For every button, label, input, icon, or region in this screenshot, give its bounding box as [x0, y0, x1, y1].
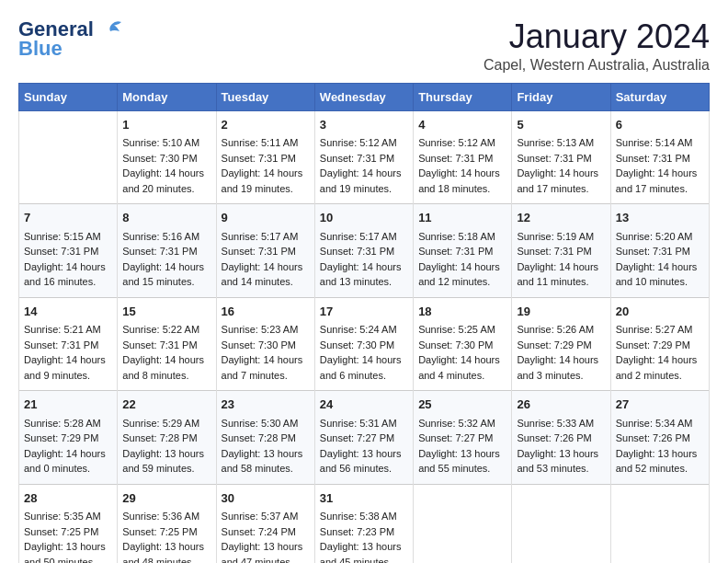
cell-text: Sunset: 7:31 PM	[616, 244, 704, 259]
cell-text: and 58 minutes.	[222, 461, 310, 477]
cell-text: Sunset: 7:31 PM	[222, 151, 310, 167]
calendar-cell: 12Sunrise: 5:19 AMSunset: 7:31 PMDayligh…	[512, 204, 610, 298]
cell-text: Sunset: 7:31 PM	[320, 151, 408, 167]
cell-text: Sunrise: 5:31 AM	[320, 416, 408, 431]
day-number: 13	[616, 209, 704, 227]
day-number: 20	[616, 303, 704, 321]
cell-text: Daylight: 14 hours	[517, 352, 605, 368]
week-row-3: 14Sunrise: 5:21 AMSunset: 7:31 PMDayligh…	[19, 297, 710, 391]
cell-text: Daylight: 13 hours	[320, 539, 408, 555]
calendar-cell: 13Sunrise: 5:20 AMSunset: 7:31 PMDayligh…	[610, 204, 709, 298]
cell-text: Sunrise: 5:20 AM	[616, 229, 704, 245]
cell-text: and 52 minutes.	[616, 461, 704, 477]
cell-text: Sunrise: 5:36 AM	[122, 509, 210, 524]
calendar-cell: 6Sunrise: 5:14 AMSunset: 7:31 PMDaylight…	[610, 110, 709, 204]
calendar-cell: 29Sunrise: 5:36 AMSunset: 7:25 PMDayligh…	[118, 484, 216, 563]
cell-text: Daylight: 13 hours	[517, 446, 605, 462]
cell-text: Sunrise: 5:28 AM	[24, 416, 112, 431]
calendar-cell: 5Sunrise: 5:13 AMSunset: 7:31 PMDaylight…	[512, 110, 610, 204]
cell-text: Sunrise: 5:10 AM	[122, 135, 210, 151]
cell-text: Sunset: 7:30 PM	[222, 338, 310, 353]
cell-text: Sunrise: 5:33 AM	[517, 416, 605, 431]
location-subtitle: Capel, Western Australia, Australia	[483, 57, 710, 74]
cell-text: and 14 minutes.	[222, 274, 310, 290]
cell-text: Sunset: 7:31 PM	[616, 151, 704, 167]
calendar-cell: 2Sunrise: 5:11 AMSunset: 7:31 PMDaylight…	[216, 110, 314, 204]
logo: General Blue	[18, 18, 123, 61]
title-section: January 2024 Capel, Western Australia, A…	[483, 18, 710, 74]
cell-text: Daylight: 14 hours	[616, 259, 704, 275]
cell-text: Sunset: 7:29 PM	[616, 338, 704, 353]
cell-text: Sunset: 7:26 PM	[616, 431, 704, 446]
cell-text: Sunset: 7:24 PM	[222, 524, 310, 540]
calendar-cell: 9Sunrise: 5:17 AMSunset: 7:31 PMDaylight…	[216, 204, 314, 298]
calendar-cell: 4Sunrise: 5:12 AMSunset: 7:31 PMDaylight…	[414, 110, 512, 204]
cell-text: Daylight: 14 hours	[222, 259, 310, 275]
cell-text: Daylight: 14 hours	[418, 166, 506, 181]
cell-text: Sunrise: 5:12 AM	[320, 135, 408, 151]
cell-text: and 10 minutes.	[616, 274, 704, 290]
calendar-cell: 16Sunrise: 5:23 AMSunset: 7:30 PMDayligh…	[216, 297, 314, 391]
cell-text: Sunrise: 5:24 AM	[320, 322, 408, 338]
calendar-cell	[610, 484, 709, 563]
cell-text: Sunset: 7:27 PM	[418, 431, 506, 446]
day-number: 30	[222, 489, 310, 508]
cell-text: and 18 minutes.	[418, 181, 506, 197]
week-row-1: 1Sunrise: 5:10 AMSunset: 7:30 PMDaylight…	[19, 110, 710, 204]
cell-text: Sunrise: 5:38 AM	[320, 509, 408, 524]
cell-text: and 2 minutes.	[616, 368, 704, 384]
header-day-sunday: Sunday	[19, 83, 118, 110]
day-number: 3	[320, 116, 408, 134]
day-number: 22	[122, 396, 210, 414]
day-number: 7	[24, 209, 112, 227]
cell-text: Sunset: 7:31 PM	[517, 244, 605, 259]
cell-text: Daylight: 14 hours	[122, 166, 210, 181]
cell-text: Daylight: 14 hours	[418, 352, 506, 368]
calendar-cell: 18Sunrise: 5:25 AMSunset: 7:30 PMDayligh…	[414, 297, 512, 391]
cell-text: Sunrise: 5:21 AM	[24, 322, 112, 338]
cell-text: Sunrise: 5:14 AM	[616, 135, 704, 151]
calendar-cell: 20Sunrise: 5:27 AMSunset: 7:29 PMDayligh…	[610, 297, 709, 391]
day-number: 31	[320, 489, 408, 508]
calendar-cell: 7Sunrise: 5:15 AMSunset: 7:31 PMDaylight…	[19, 204, 118, 298]
cell-text: Sunrise: 5:13 AM	[517, 135, 605, 151]
header-day-monday: Monday	[118, 83, 216, 110]
cell-text: Sunrise: 5:11 AM	[222, 135, 310, 151]
day-number: 19	[517, 303, 605, 321]
cell-text: Sunrise: 5:18 AM	[418, 229, 506, 245]
month-title: January 2024	[483, 18, 710, 55]
cell-text: Sunrise: 5:29 AM	[122, 416, 210, 431]
calendar-cell: 22Sunrise: 5:29 AMSunset: 7:28 PMDayligh…	[118, 391, 216, 485]
calendar-cell: 27Sunrise: 5:34 AMSunset: 7:26 PMDayligh…	[610, 391, 709, 485]
cell-text: Sunrise: 5:30 AM	[222, 416, 310, 431]
cell-text: Sunrise: 5:16 AM	[122, 229, 210, 245]
cell-text: and 8 minutes.	[122, 368, 210, 384]
cell-text: Sunrise: 5:35 AM	[24, 509, 112, 524]
day-number: 23	[222, 396, 310, 414]
cell-text: Daylight: 13 hours	[24, 539, 112, 555]
cell-text: Sunset: 7:23 PM	[320, 524, 408, 540]
day-number: 17	[320, 303, 408, 321]
cell-text: Sunset: 7:28 PM	[222, 431, 310, 446]
cell-text: Daylight: 13 hours	[222, 539, 310, 555]
day-number: 2	[222, 116, 310, 134]
cell-text: Sunrise: 5:37 AM	[222, 509, 310, 524]
cell-text: Daylight: 13 hours	[320, 446, 408, 462]
day-number: 6	[616, 116, 704, 134]
calendar-cell: 11Sunrise: 5:18 AMSunset: 7:31 PMDayligh…	[414, 204, 512, 298]
header-row: SundayMondayTuesdayWednesdayThursdayFrid…	[19, 83, 710, 110]
cell-text: and 11 minutes.	[517, 274, 605, 290]
cell-text: and 55 minutes.	[418, 461, 506, 477]
header-day-thursday: Thursday	[414, 83, 512, 110]
day-number: 24	[320, 396, 408, 414]
calendar-cell: 14Sunrise: 5:21 AMSunset: 7:31 PMDayligh…	[19, 297, 118, 391]
cell-text: and 19 minutes.	[222, 181, 310, 197]
cell-text: Sunrise: 5:23 AM	[222, 322, 310, 338]
calendar-cell	[414, 484, 512, 563]
week-row-4: 21Sunrise: 5:28 AMSunset: 7:29 PMDayligh…	[19, 391, 710, 485]
cell-text: Sunset: 7:31 PM	[418, 244, 506, 259]
cell-text: and 12 minutes.	[418, 274, 506, 290]
cell-text: Daylight: 14 hours	[418, 259, 506, 275]
day-number: 29	[122, 489, 210, 508]
cell-text: and 17 minutes.	[517, 181, 605, 197]
